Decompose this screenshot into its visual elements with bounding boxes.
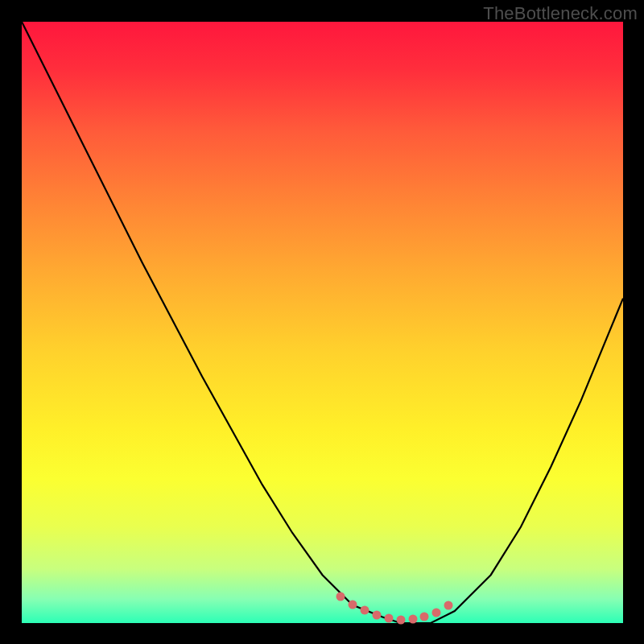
highlight-dot [336,592,345,601]
highlight-dot [432,608,441,617]
plot-area [22,22,623,623]
highlight-dot [408,614,417,623]
highlight-dot [444,601,453,610]
highlight-dot [420,612,429,621]
watermark-label: TheBottleneck.com [483,3,638,24]
highlight-dot [396,615,405,624]
highlight-dot [372,611,381,620]
highlight-dot [348,600,357,609]
highlight-dot [384,614,393,623]
highlight-dot [360,606,369,615]
chart-frame: TheBottleneck.com [0,0,644,644]
highlight-dots-layer [22,22,623,623]
